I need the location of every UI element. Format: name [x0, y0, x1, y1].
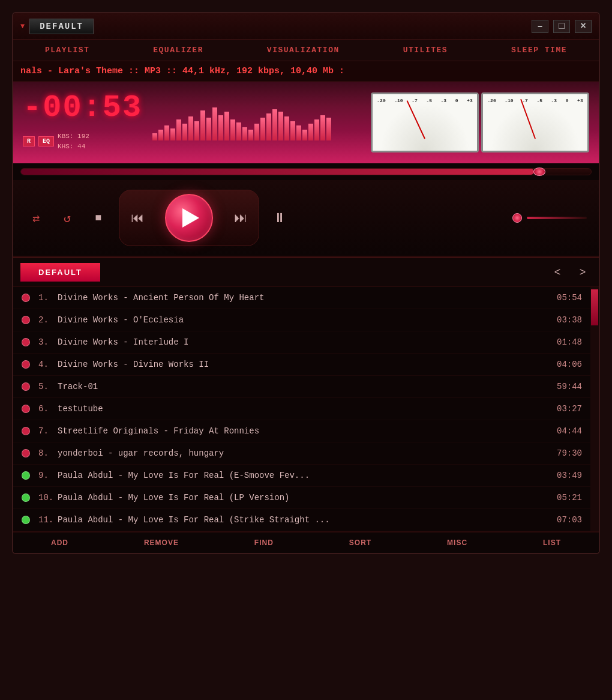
item-dot-icon: [22, 382, 30, 391]
playlist-header: DEFAULT < >: [13, 258, 599, 287]
spectrum-bar: [218, 115, 223, 140]
badges-row: R EQ KBS: 192 KHS: 44: [23, 131, 143, 151]
vu-scale-right: -20-10-7-5-30+3: [483, 98, 587, 103]
prev-button[interactable]: ⏮: [127, 207, 148, 229]
playlist-item[interactable]: 5.Track-0159:44: [13, 376, 590, 398]
vu-scale-left: -20-10-7-5-30+3: [373, 98, 477, 103]
item-number: 8.: [38, 448, 58, 458]
playlist-item[interactable]: 3.Divine Works - Interlude I01:48: [13, 331, 590, 354]
tab-equalizer[interactable]: EQUALIZER: [153, 46, 203, 55]
spectrum-bar: [290, 121, 295, 140]
stop-button[interactable]: ■: [88, 207, 109, 229]
footer-btn-list[interactable]: LIST: [543, 539, 561, 547]
progress-section: [13, 163, 599, 180]
item-title: Paula Abdul - My Love Is For Real (E-Smo…: [58, 471, 552, 480]
volume-track[interactable]: [527, 217, 587, 219]
playlist-list: 1.Divine Works - Ancient Person Of My He…: [13, 287, 590, 531]
item-dot-icon: [22, 294, 30, 302]
scrollbar-thumb[interactable]: [591, 289, 598, 325]
playlist-item[interactable]: 2.Divine Works - O'Ecclesia03:38: [13, 309, 590, 331]
spectrum-bar: [302, 130, 307, 140]
spectrum-bar: [200, 110, 205, 140]
volume-section: [512, 213, 587, 223]
item-dot-icon: [22, 360, 30, 369]
play-icon: [182, 208, 199, 228]
pause-button[interactable]: ⏸: [269, 207, 290, 229]
playlist-title-button[interactable]: DEFAULT: [20, 263, 100, 282]
item-duration: 03:38: [552, 315, 582, 325]
item-duration: 01:48: [552, 337, 582, 347]
playlist-item[interactable]: 1.Divine Works - Ancient Person Of My He…: [13, 287, 590, 309]
playlist-next-button[interactable]: >: [574, 264, 592, 282]
spectrum-bar: [158, 130, 163, 140]
viz-section: -00:53 R EQ KBS: 192 KHS: 44 -20-10-7-5: [13, 82, 599, 163]
footer-btn-sort[interactable]: SORT: [349, 539, 371, 547]
playlist-scrollbar[interactable]: [590, 287, 599, 531]
item-title: Divine Works - Ancient Person Of My Hear…: [58, 293, 552, 303]
transport-controls: ⏮ ⏭: [119, 190, 259, 246]
vu-meters: -20-10-7-5-30+3 -20-10-7-5-30+3: [371, 92, 589, 152]
playlist-item[interactable]: 7.Streetlife Originals - Friday At Ronni…: [13, 420, 590, 442]
item-number: 7.: [38, 426, 58, 436]
tab-playlist[interactable]: PLAYLIST: [45, 46, 89, 55]
spectrum-bar: [182, 124, 187, 140]
footer-btn-misc[interactable]: MISC: [447, 539, 467, 547]
footer-btn-remove[interactable]: REMOVE: [144, 539, 179, 547]
player-container: ▼ DEFAULT – □ × PLAYLIST EQUALIZER VISUA…: [12, 12, 600, 554]
spectrum-bar: [170, 128, 175, 140]
playlist-item[interactable]: 9.Paula Abdul - My Love Is For Real (E-S…: [13, 465, 590, 487]
spectrum-bar: [266, 113, 271, 140]
dropdown-arrow-icon[interactable]: ▼: [20, 22, 25, 31]
spectrum-bar: [152, 133, 157, 140]
item-title: Divine Works - Divine Works II: [58, 360, 552, 369]
item-title: Divine Works - Interlude I: [58, 337, 552, 347]
item-duration: 59:44: [552, 382, 582, 391]
play-button[interactable]: [165, 194, 213, 242]
spectrum-bar: [206, 118, 211, 140]
title-bar: ▼ DEFAULT – □ ×: [13, 13, 599, 40]
spectrum-bar: [308, 124, 313, 140]
nav-tabs: PLAYLIST EQUALIZER VISUALIZATION UTILITE…: [13, 40, 599, 61]
playlist-item[interactable]: 8.yonderboi - ugar records, hungary79:30: [13, 442, 590, 465]
item-title: Divine Works - O'Ecclesia: [58, 315, 552, 325]
tab-visualization[interactable]: VISUALIZATION: [267, 46, 340, 55]
footer-btn-add[interactable]: ADD: [51, 539, 68, 547]
playlist-item[interactable]: 11.Paula Abdul - My Love Is For Real (St…: [13, 509, 590, 531]
item-duration: 03:49: [552, 471, 582, 480]
tab-utilites[interactable]: UTILITES: [403, 46, 448, 55]
spectrum-bar: [272, 109, 277, 140]
playlist-with-scroll: 1.Divine Works - Ancient Person Of My He…: [13, 287, 599, 531]
progress-fill: [21, 169, 534, 175]
next-button[interactable]: ⏭: [230, 207, 251, 229]
controls-section: ⇄ ↺ ■ ⏮ ⏭ ⏸: [13, 180, 599, 257]
volume-knob[interactable]: [512, 213, 522, 223]
item-number: 4.: [38, 360, 58, 369]
playlist-prev-button[interactable]: <: [548, 264, 566, 282]
spectrum-bar: [176, 119, 181, 140]
item-dot-icon: [22, 516, 30, 524]
item-number: 2.: [38, 315, 58, 325]
footer-btn-find[interactable]: FIND: [254, 539, 274, 547]
repeat-button[interactable]: ↺: [56, 207, 78, 229]
close-button[interactable]: ×: [575, 20, 592, 33]
maximize-button[interactable]: □: [553, 20, 570, 33]
spectrum-bar: [326, 118, 331, 140]
item-dot-icon: [22, 316, 30, 324]
item-number: 1.: [38, 293, 58, 303]
playlist-item[interactable]: 6.testutube03:27: [13, 398, 590, 420]
item-dot-icon: [22, 427, 30, 435]
playlist-item[interactable]: 4.Divine Works - Divine Works II04:06: [13, 354, 590, 376]
shuffle-button[interactable]: ⇄: [25, 207, 47, 229]
badge-r: R: [23, 136, 35, 146]
tab-sleeptime[interactable]: SLEEP TIME: [511, 46, 567, 55]
spectrum-bar: [314, 119, 319, 140]
footer-bar: ADDREMOVEFINDSORTMISCLIST: [13, 531, 599, 553]
spectrum-bar: [260, 118, 265, 140]
progress-thumb[interactable]: [533, 167, 545, 176]
progress-bar[interactable]: [20, 168, 592, 175]
vu-meter-right: -20-10-7-5-30+3: [481, 92, 589, 152]
playlist-item[interactable]: 10.Paula Abdul - My Love Is For Real (LP…: [13, 487, 590, 509]
time-display: -00:53: [23, 90, 143, 125]
item-duration: 07:03: [552, 515, 582, 525]
minimize-button[interactable]: –: [532, 20, 548, 33]
